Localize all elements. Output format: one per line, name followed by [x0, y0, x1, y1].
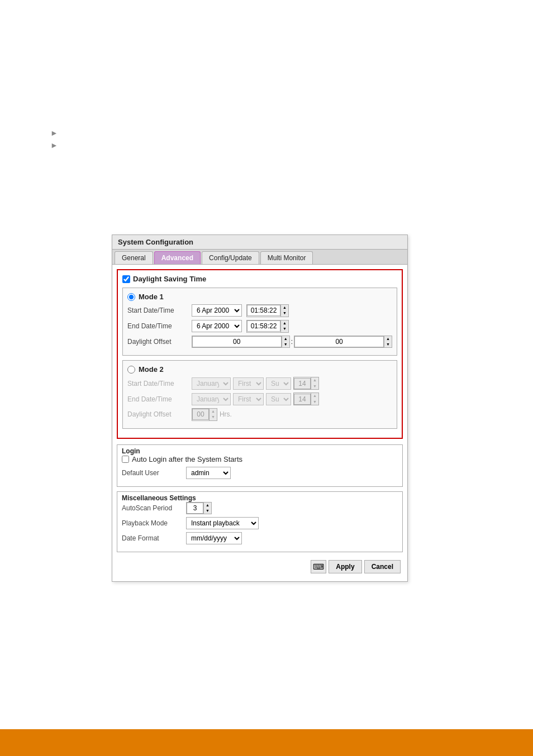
mode2-label: Mode 2 — [127, 365, 392, 374]
login-section: Login Auto Login after the System Starts… — [117, 444, 403, 487]
mode1-offset-h-spinner: ▲ ▼ — [192, 336, 290, 348]
mode1-offset-m-value[interactable] — [294, 336, 384, 347]
mode2-end-day[interactable]: Sun — [266, 393, 291, 405]
playback-label: Playback Mode — [122, 519, 186, 527]
autoscan-value[interactable] — [187, 503, 203, 514]
mode2-end-num-up[interactable]: ▲ — [311, 393, 318, 399]
arrow-icon-1: ► — [50, 128, 58, 137]
login-section-label: Login — [120, 447, 398, 455]
mode1-end-time-down[interactable]: ▼ — [281, 326, 288, 332]
mode2-end-num-spinner: ▲ ▼ — [293, 393, 319, 405]
auto-login-label: Auto Login after the System Starts — [132, 455, 242, 463]
tab-general[interactable]: General — [115, 251, 153, 264]
dst-section-label: Daylight Saving Time — [133, 275, 206, 283]
mode2-radio[interactable] — [127, 366, 135, 374]
mode2-end-num-btns: ▲ ▼ — [311, 393, 318, 405]
playback-row: Playback Mode Instant playback — [122, 517, 398, 529]
tabs-row: General Advanced Config/Update Multi Mon… — [112, 250, 407, 265]
mode2-offset-up[interactable]: ▲ — [210, 409, 217, 414]
mode1-start-time-group: ▲ ▼ — [246, 304, 289, 317]
keyboard-button[interactable]: ⌨ — [311, 560, 326, 573]
mode1-offset-label: Daylight Offset — [127, 338, 192, 346]
mode2-offset-label: Daylight Offset — [127, 410, 192, 418]
default-user-row: Default User admin — [122, 467, 398, 479]
dst-title: Daylight Saving Time — [122, 275, 397, 283]
mode2-offset-btns: ▲ ▼ — [209, 409, 217, 420]
mode1-offset-group: ▲ ▼ : ▲ ▼ — [192, 336, 392, 348]
mode2-end-month[interactable]: January — [192, 393, 231, 405]
default-user-select[interactable]: admin — [186, 467, 231, 479]
tab-config-update[interactable]: Config/Update — [202, 251, 259, 264]
mode1-start-date-select[interactable]: 6 Apr 2000 — [192, 304, 242, 317]
mode1-offset-h-value[interactable] — [192, 336, 282, 347]
mode2-offset-value[interactable] — [192, 409, 209, 420]
mode1-start-label: Start Date/Time — [127, 307, 192, 314]
mode2-start-num-value[interactable] — [294, 378, 311, 389]
dst-section: Daylight Saving Time Mode 1 Start Date/T… — [117, 269, 403, 439]
tab-multi-monitor[interactable]: Multi Monitor — [260, 251, 313, 264]
mode1-start-time-spinner: ▲ ▼ — [246, 304, 289, 317]
mode2-start-week[interactable]: First — [233, 377, 264, 390]
mode2-start-num-up[interactable]: ▲ — [311, 377, 318, 383]
mode1-end-time-up[interactable]: ▲ — [281, 320, 288, 326]
offset-sep: : — [291, 338, 293, 346]
mode2-start-num-spinner: ▲ ▼ — [293, 377, 319, 390]
cancel-button[interactable]: Cancel — [364, 560, 401, 573]
keyboard-icon: ⌨ — [313, 562, 324, 571]
mode2-start-num-btns: ▲ ▼ — [311, 377, 318, 389]
mode1-radio[interactable] — [127, 293, 135, 301]
system-config-panel: System Configuration General Advanced Co… — [112, 235, 408, 582]
mode1-end-date-select[interactable]: 6 Apr 2000 — [192, 320, 242, 332]
mode1-start-time-value[interactable] — [247, 305, 280, 316]
mode1-offset-m-spinner: ▲ ▼ — [294, 336, 392, 348]
apply-button[interactable]: Apply — [329, 560, 361, 573]
mode1-section: Mode 1 Start Date/Time 6 Apr 2000 ▲ — [122, 288, 397, 356]
mode1-offset-h-btns: ▲ ▼ — [282, 336, 289, 348]
mode2-start-day[interactable]: Sun — [266, 377, 291, 390]
mode1-offset-h-up[interactable]: ▲ — [282, 336, 289, 342]
autoscan-up[interactable]: ▲ — [204, 503, 211, 508]
auto-login-checkbox[interactable] — [122, 456, 129, 463]
config-body: Daylight Saving Time Mode 1 Start Date/T… — [112, 265, 407, 581]
tab-advanced[interactable]: Advanced — [154, 251, 201, 264]
bottom-bar — [0, 729, 533, 756]
mode1-end-row: End Date/Time 6 Apr 2000 ▲ ▼ — [127, 320, 392, 333]
autoscan-spinner: ▲ ▼ — [186, 502, 212, 515]
mode1-start-time-down[interactable]: ▼ — [281, 310, 288, 316]
autoscan-down[interactable]: ▼ — [204, 508, 211, 514]
auto-login-row: Auto Login after the System Starts — [122, 455, 398, 463]
date-format-label: Date Format — [122, 534, 186, 542]
mode2-start-label: Start Date/Time — [127, 380, 192, 387]
mode1-end-time-group: ▲ ▼ — [246, 320, 289, 333]
playback-select[interactable]: Instant playback — [186, 517, 259, 529]
mode1-offset-h-down[interactable]: ▼ — [282, 342, 289, 347]
arrow-icon-2: ► — [50, 141, 58, 150]
mode1-end-time-btns: ▲ ▼ — [280, 320, 288, 332]
bullet-item-2: ► — [50, 141, 61, 150]
default-user-label: Default User — [122, 469, 186, 477]
bullet-section: ► ► — [50, 128, 61, 153]
mode2-offset-down[interactable]: ▼ — [210, 414, 217, 420]
mode1-offset-m-down[interactable]: ▼ — [384, 342, 392, 347]
misc-section-label: Miscellaneous Settings — [120, 494, 398, 502]
date-format-row: Date Format mm/dd/yyyy — [122, 532, 398, 544]
mode2-start-month[interactable]: January — [192, 377, 231, 390]
mode2-end-num-value[interactable] — [294, 394, 311, 405]
dst-checkbox[interactable] — [122, 275, 130, 283]
mode1-offset-m-up[interactable]: ▲ — [384, 336, 392, 342]
system-config-title: System Configuration — [112, 235, 407, 250]
mode2-offset-spinner: ▲ ▼ — [192, 408, 217, 421]
mode2-end-num-down[interactable]: ▼ — [311, 399, 318, 405]
mode2-section: Mode 2 Start Date/Time January First Sun — [122, 360, 397, 428]
mode1-start-time-up[interactable]: ▲ — [281, 305, 288, 310]
mode1-end-time-spinner: ▲ ▼ — [246, 320, 289, 333]
misc-section: Miscellaneous Settings AutoScan Period ▲… — [117, 491, 403, 553]
mode1-end-time-value[interactable] — [247, 320, 280, 332]
date-format-select[interactable]: mm/dd/yyyy — [186, 532, 242, 544]
mode2-end-week[interactable]: First — [233, 393, 264, 405]
autoscan-row: AutoScan Period ▲ ▼ — [122, 502, 398, 515]
mode2-offset-unit: Hrs. — [220, 410, 232, 418]
mode2-start-num-down[interactable]: ▼ — [311, 384, 318, 389]
mode2-end-label: End Date/Time — [127, 395, 192, 403]
autoscan-label: AutoScan Period — [122, 504, 186, 512]
